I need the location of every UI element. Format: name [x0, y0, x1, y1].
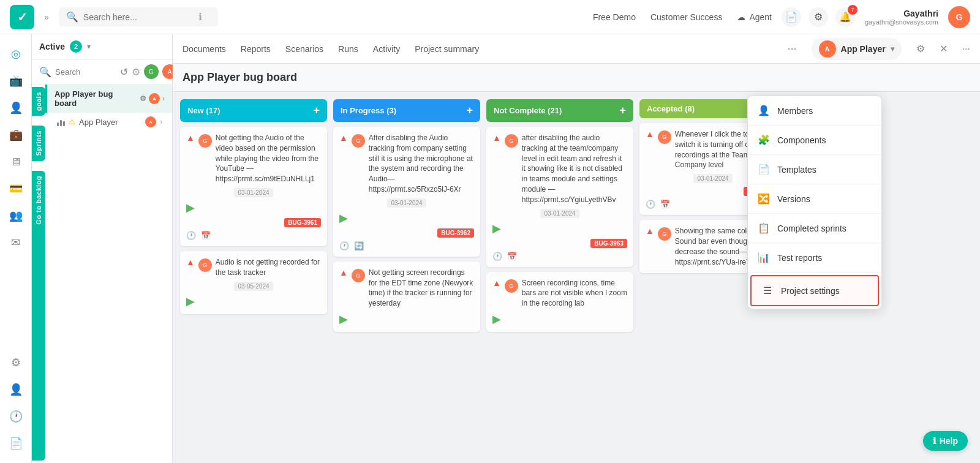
- versions-icon: 🔀: [758, 193, 770, 205]
- help-button[interactable]: ℹ Help: [923, 431, 968, 451]
- card-nc-top-1: ▲ G Screen recording icons, time bars ar…: [492, 278, 627, 309]
- sidebar-icon-card[interactable]: 💳: [4, 176, 28, 201]
- logo[interactable]: ✓: [10, 5, 34, 29]
- goals-tab[interactable]: goals: [32, 87, 45, 116]
- card-new-1[interactable]: ▲ G Audio is not getting recorded for th…: [180, 251, 327, 314]
- card-avatar-nc: G: [505, 134, 518, 148]
- sidebar-icon-doc[interactable]: 📄: [4, 431, 28, 456]
- play-btn-ip[interactable]: ▶: [339, 211, 474, 225]
- play-btn-nc[interactable]: ▶: [492, 222, 627, 235]
- board-more-icon[interactable]: ···: [962, 43, 970, 55]
- sec-nav-scenarios[interactable]: Scenarios: [285, 42, 323, 56]
- card-inprogress-1[interactable]: ▲ G Not getting screen recordings for th…: [333, 262, 480, 332]
- sidebar-icon-desktop[interactable]: 🖥: [4, 149, 28, 174]
- sidebar-icon-clock[interactable]: 🕐: [4, 404, 28, 429]
- completedsprints-label: Completed sprints: [777, 224, 846, 233]
- info-icon: ℹ: [198, 11, 202, 23]
- templates-icon: 📄: [758, 164, 770, 175]
- sidebar-search-input[interactable]: [55, 67, 116, 77]
- clock-icon-ip: 🕐: [339, 241, 349, 250]
- sec-nav-projectsummary[interactable]: Project summary: [415, 42, 479, 56]
- chevron-right-icon[interactable]: ›: [162, 94, 165, 103]
- projectsettings-label: Project settings: [781, 286, 840, 296]
- user-email: gayathri@snovasys.com: [865, 18, 938, 26]
- card-top-1: ▲ G Audio is not getting recorded for th…: [186, 257, 321, 278]
- completedsprints-icon: 📋: [758, 222, 770, 234]
- dropdown-templates[interactable]: 📄 Templates: [748, 155, 881, 184]
- bars-icon: [57, 118, 65, 126]
- card-new-0[interactable]: ▲ G Not getting the Audio of the video b…: [180, 127, 327, 246]
- dots-btn[interactable]: ···: [788, 42, 797, 55]
- col-add-new[interactable]: +: [313, 104, 320, 117]
- document-icon-btn[interactable]: 📄: [782, 7, 801, 27]
- search-box[interactable]: 🔍 ℹ: [59, 7, 218, 26]
- refresh-icon[interactable]: ↺: [120, 66, 128, 78]
- board-close-icon[interactable]: ✕: [940, 43, 948, 55]
- filter-icon[interactable]: ⚙: [132, 66, 140, 78]
- board-item-bugboard[interactable]: App Player bug board ⚙ A ›: [45, 85, 172, 113]
- play-btn[interactable]: ▶: [186, 201, 321, 214]
- sidebar-icon-settings[interactable]: ⚙: [4, 350, 28, 375]
- active-label: Active: [39, 42, 65, 51]
- user-avatar[interactable]: G: [948, 6, 970, 28]
- sidebar-icon-mail[interactable]: ✉: [4, 230, 28, 255]
- sec-nav-activity[interactable]: Activity: [373, 42, 400, 56]
- col-label-accepted: Accepted (8): [647, 104, 695, 113]
- settings-icon-btn[interactable]: ⚙: [809, 7, 828, 27]
- sec-nav-runs[interactable]: Runs: [338, 42, 358, 56]
- sec-nav-reports[interactable]: Reports: [241, 42, 271, 56]
- settings-icon-small[interactable]: ⚙: [140, 94, 146, 103]
- nav-link-customersuccess[interactable]: Customer Success: [650, 12, 722, 22]
- board-subitem-appplayer[interactable]: ⚠ App Player A ›: [45, 113, 172, 131]
- sidebar-items: App Player bug board ⚙ A › ⚠ App Player: [45, 85, 172, 463]
- sidebar-icon-work[interactable]: 💼: [4, 122, 28, 147]
- col-add-inprogress[interactable]: +: [466, 104, 473, 117]
- play-btn-nc1[interactable]: ▶: [492, 312, 627, 326]
- nav-links: Free Demo Customer Success ☁ Agent: [593, 12, 772, 22]
- app-player-avatar: A: [819, 40, 836, 58]
- card-inprogress-0[interactable]: ▲ G After disabling the Audio tracking f…: [333, 127, 480, 257]
- dropdown-testreports[interactable]: 📊 Test reports: [748, 243, 881, 273]
- components-icon: 🧩: [758, 134, 770, 146]
- goals-label: goals: [35, 92, 42, 111]
- nav-link-freedemo[interactable]: Free Demo: [593, 12, 636, 22]
- nav-expander[interactable]: »: [44, 12, 49, 22]
- backlog-label: Go to backlog: [35, 176, 42, 225]
- nav-link-agent[interactable]: ☁ Agent: [737, 12, 772, 22]
- board-item-label: App Player bug board: [55, 89, 136, 108]
- card-date-1: 03-05-2024: [234, 282, 273, 291]
- sidebar-icon-group[interactable]: 👥: [4, 203, 28, 228]
- content-wrapper: Documents Reports Scenarios Runs Activit…: [173, 34, 980, 463]
- chevron-right-icon-sub[interactable]: ›: [160, 118, 162, 126]
- sidebar-icon-people[interactable]: 👤: [4, 96, 28, 120]
- app-player-label: App Player: [841, 44, 886, 54]
- play-btn-1[interactable]: ▶: [186, 295, 321, 308]
- card-avatar-acc: G: [658, 130, 671, 144]
- card-avatar-nc1: G: [505, 279, 518, 293]
- card-tag: BUG-3961: [284, 218, 321, 227]
- dropdown-completesprints[interactable]: 📋 Completed sprints: [748, 214, 881, 243]
- priority-icon-1: ▲: [186, 257, 195, 267]
- col-add-notcomplete[interactable]: +: [619, 104, 626, 117]
- chevron-down-app[interactable]: ▾: [891, 45, 894, 53]
- dropdown-versions[interactable]: 🔀 Versions: [748, 184, 881, 214]
- dropdown-projectsettings[interactable]: ☰ Project settings: [750, 275, 879, 306]
- sidebar-icon-home[interactable]: ◎: [4, 42, 28, 66]
- card-tag-ip: BUG-3962: [437, 228, 474, 238]
- dropdown-components[interactable]: 🧩 Components: [748, 126, 881, 155]
- backlog-tab[interactable]: Go to backlog: [32, 171, 45, 461]
- board-filter-icon[interactable]: ⚙: [916, 43, 925, 55]
- card-nc-0[interactable]: ▲ G after disabling the audio tracking a…: [486, 127, 633, 267]
- priority-icon-acc1: ▲: [646, 226, 654, 236]
- user-name: Gayathri: [903, 9, 938, 18]
- chevron-down-icon[interactable]: ▾: [87, 42, 91, 51]
- card-nc-1[interactable]: ▲ G Screen recording icons, time bars ar…: [486, 272, 633, 332]
- sprints-tab[interactable]: Sprints: [32, 126, 45, 160]
- sidebar-icon-user[interactable]: 👤: [4, 377, 28, 402]
- notification-btn[interactable]: 🔔 7: [835, 7, 855, 27]
- dropdown-members[interactable]: 👤 Members: [748, 96, 881, 126]
- play-btn-ip1[interactable]: ▶: [339, 312, 474, 326]
- sec-nav-documents[interactable]: Documents: [183, 42, 226, 56]
- sidebar-icon-tv[interactable]: 📺: [4, 69, 28, 93]
- search-input[interactable]: [83, 12, 194, 22]
